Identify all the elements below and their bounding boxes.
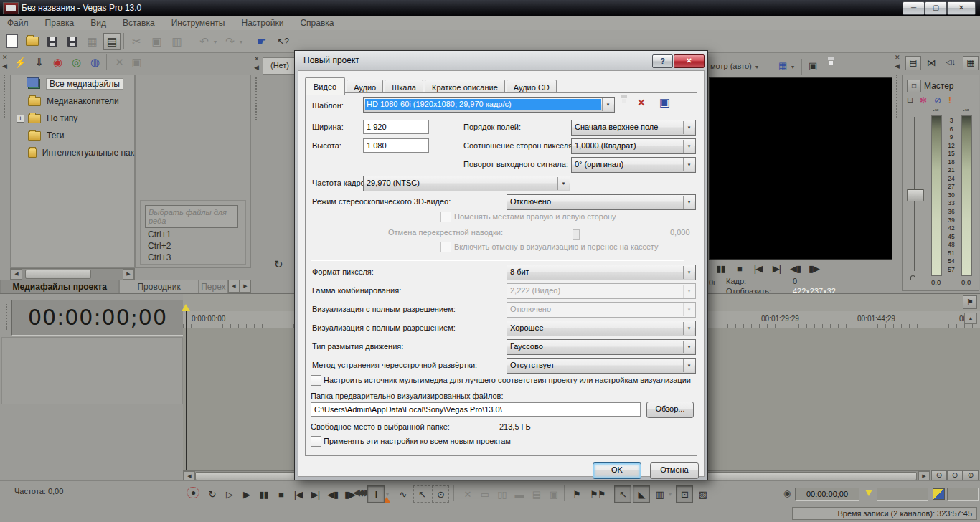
import-media-button[interactable]: ⇓ [30, 53, 48, 71]
undo-button[interactable]: ↶ [195, 32, 213, 50]
mixer-pin-icon[interactable]: ◀ [895, 63, 900, 70]
tab-transitions[interactable]: Перех [199, 280, 228, 293]
menu-file[interactable]: Файл [0, 16, 36, 28]
tl-scroll-left-icon[interactable]: ◀ [184, 471, 195, 481]
panel-drag-handle[interactable] [4, 75, 5, 118]
trim-event-button[interactable]: ▭ [476, 487, 493, 501]
maximize-button[interactable]: ▢ [925, 1, 947, 15]
delete-template-icon[interactable]: ✕ [637, 97, 646, 108]
mixer-close-icon[interactable]: ✕ [895, 54, 900, 61]
preview-mode-label[interactable]: мотр (авто) [710, 62, 752, 70]
interaction-hand-button[interactable]: ☛ [253, 32, 270, 50]
overlays-grid-icon[interactable]: ▦ [778, 60, 787, 71]
zoom-edit-tool-button[interactable]: ⊙ [931, 470, 947, 481]
remove-media-button[interactable]: ✕ [110, 53, 128, 71]
mixer-properties-icon[interactable]: ▤ [905, 56, 921, 70]
tab-explorer[interactable]: Проводник [119, 280, 198, 293]
browse-button[interactable]: Обзор... [646, 402, 694, 418]
tab-scroll-left-icon[interactable]: ◀ [228, 280, 240, 293]
play-from-start-button[interactable]: ▷ [221, 487, 237, 501]
preview-stop-button[interactable]: ■ [731, 261, 748, 275]
panel-close-icon[interactable]: ✕ [2, 54, 8, 61]
edit-tool-dropdown[interactable]: ▾ [386, 491, 389, 498]
loop-length-field[interactable] [947, 488, 979, 501]
deinterlace-combobox[interactable]: Отсутствует▾ [507, 358, 696, 374]
trimmer-refresh-icon[interactable]: ↻ [274, 258, 283, 271]
preview-pause-button[interactable]: ▮▮ [712, 261, 729, 275]
dim-output-icon[interactable]: ◁↓ [946, 57, 956, 67]
stop-button[interactable]: ■ [273, 487, 289, 501]
cursor-time-field[interactable]: 00:00:00;00 [795, 488, 859, 501]
scroll-right-icon[interactable]: ▶ [123, 269, 134, 280]
menu-help[interactable]: Справка [293, 16, 341, 28]
meters-layout-icon[interactable]: ▦ [963, 56, 979, 70]
swap-lr-checkbox[interactable] [440, 212, 451, 222]
delete-button[interactable]: ✕ [459, 487, 476, 501]
menu-options[interactable]: Настройки [235, 16, 291, 28]
frame-rate-combobox[interactable]: 29,970 (NTSC)▾ [363, 176, 570, 191]
project-properties-button[interactable]: ▤ [103, 33, 121, 50]
downmix-output-icon[interactable]: ⋈ [927, 57, 936, 68]
trimmer-tab[interactable]: (Нет) [263, 57, 297, 75]
menu-edit[interactable]: Правка [38, 16, 82, 28]
trimmer-close-icon[interactable]: ✕ [254, 56, 260, 62]
tree-item-all-media[interactable]: Все медиафайлы [11, 75, 134, 92]
tree-item-by-type[interactable]: + По типу [11, 110, 134, 127]
zoom-tool-button[interactable]: ⊙ [432, 485, 449, 503]
insert-fx-icon[interactable]: ⊡ [907, 95, 913, 105]
tl-scroll-right-icon[interactable]: ▶ [918, 471, 930, 481]
tab-scroll-right-icon[interactable]: ▶ [240, 280, 251, 293]
apply-all-checkbox[interactable] [311, 436, 321, 447]
tree-item-media-bins[interactable]: Медианакопители [11, 92, 134, 110]
mixer-drag-handle[interactable] [896, 75, 897, 118]
zoom-out-time-button[interactable]: ⊖ [947, 470, 963, 481]
solo-icon[interactable]: ! [948, 95, 951, 105]
tab-project-media[interactable]: Медиафайлы проекта [0, 280, 119, 293]
zoom-in-time-button[interactable]: ⊕ [963, 470, 979, 481]
crosstalk-slider-thumb[interactable] [573, 229, 580, 240]
preview-prev-frame-button[interactable]: ◀▮ [787, 261, 804, 275]
pause-button[interactable]: ▮▮ [255, 487, 272, 501]
menu-insert[interactable]: Вставка [116, 16, 162, 28]
save-button[interactable] [43, 32, 61, 50]
master-fader-handle[interactable] [907, 189, 924, 201]
media-search-input[interactable]: Выбрать файлы для реда [145, 205, 238, 228]
next-frame-button[interactable]: ▮▶ [341, 487, 358, 501]
scroll-left-icon[interactable]: ◀ [11, 269, 22, 280]
copy-button[interactable]: ▣ [148, 32, 166, 50]
shortcut-ctrl2[interactable]: Ctrl+2 [148, 241, 171, 251]
split-event-button[interactable]: ▯▯ [494, 487, 510, 501]
loop-playback-button[interactable]: ↻ [204, 487, 220, 501]
loop-start-field[interactable] [877, 488, 928, 501]
timeline-time-display[interactable]: 00:00:00;00 [11, 300, 184, 336]
paste-button[interactable]: ▥ [168, 32, 186, 50]
media-hscrollbar[interactable]: ◀ ▶ [10, 268, 135, 280]
match-media-settings-icon[interactable]: ▣ [659, 95, 670, 109]
record-button[interactable]: ● [187, 487, 199, 498]
preview-go-end-button[interactable]: ▶| [768, 261, 785, 275]
track-scroll-up-icon[interactable]: ▲ [964, 313, 977, 324]
go-to-end-button[interactable]: ▶| [307, 487, 324, 501]
combo-arrow-icon[interactable]: ▾ [602, 98, 613, 111]
fx-icon[interactable]: ✻ [920, 95, 927, 105]
preview-next-frame-button[interactable]: ▮▶ [806, 261, 822, 275]
redo-button[interactable]: ↷ [221, 32, 239, 50]
shortcut-ctrl3[interactable]: Ctrl+3 [148, 252, 171, 262]
master-collapse-icon[interactable]: □ [907, 80, 921, 92]
auto-ripple-button[interactable]: ◣ [633, 485, 650, 503]
enable-snapping-button[interactable]: ↖ [614, 485, 631, 503]
close-button[interactable]: ✕ [947, 1, 976, 15]
pixel-format-combobox[interactable]: 8 бит▾ [507, 265, 696, 280]
menu-tools[interactable]: Инструменты [164, 16, 232, 28]
insert-track-dropdown[interactable]: ▾ [669, 491, 672, 498]
timeline-cursor-marker[interactable] [182, 304, 190, 311]
marker-tool-icon[interactable]: ⚑ [963, 295, 977, 309]
crosstalk-slider-track[interactable] [573, 234, 664, 234]
previous-frame-button[interactable]: ◀▮ [324, 487, 341, 501]
dialog-close-button[interactable]: ✕ [674, 54, 705, 68]
cut-button[interactable]: ✂ [128, 32, 146, 50]
height-input[interactable]: 1 080 [363, 138, 429, 153]
go-to-start-button[interactable]: |◀ [290, 487, 306, 501]
paste-insert-button[interactable]: ▬ [511, 487, 527, 501]
overlays-dropdown[interactable]: ▾ [791, 64, 794, 70]
